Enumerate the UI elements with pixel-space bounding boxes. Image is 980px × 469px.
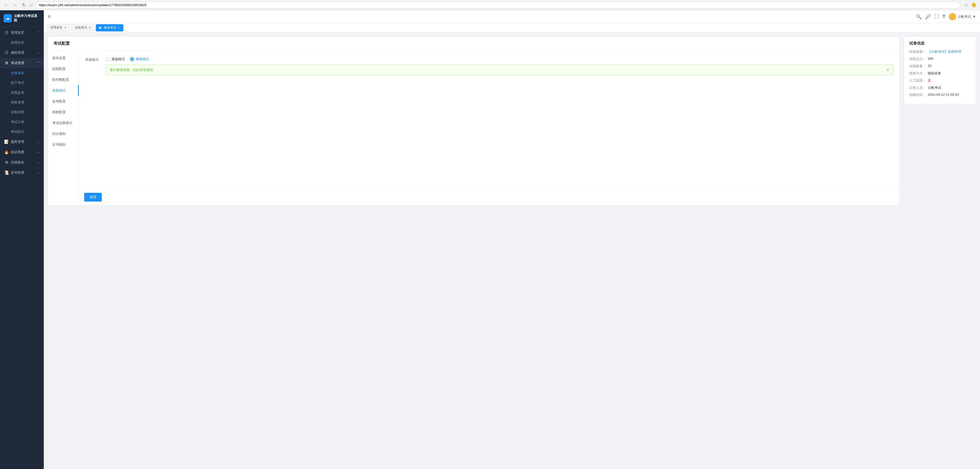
- config-nav-marking[interactable]: 阅卷配置: [48, 107, 79, 118]
- config-nav-answer-mode[interactable]: 答题模式: [48, 85, 79, 96]
- info-key-total-score: 试卷总分：: [909, 57, 928, 61]
- info-val-manual-review: 是: [928, 78, 931, 83]
- tab-online-exam[interactable]: 在线考试 ✕: [71, 24, 94, 32]
- sidebar-sub-online-exam[interactable]: 在线考试: [0, 68, 44, 78]
- logo-text: 云帆学习考试系统: [14, 14, 40, 23]
- sidebar-item-admin-home-label: 管理首页: [11, 30, 24, 35]
- info-key-question-count: 试题数量：: [909, 64, 928, 68]
- sidebar-item-question[interactable]: 📝 题库管理 ⌄: [0, 137, 44, 147]
- sidebar-sub-online-monitor[interactable]: 在线监考: [0, 88, 44, 97]
- back-button[interactable]: ←: [3, 2, 9, 8]
- config-nav-certificate[interactable]: 证书规则: [48, 139, 79, 150]
- tab-admin-home-label: 管理首页: [50, 25, 62, 30]
- sidebar-sub-admin-home[interactable]: 管理首页: [0, 38, 44, 48]
- font-size-icon[interactable]: T: [943, 14, 945, 19]
- exam-icon: ⚙: [4, 61, 9, 65]
- header-user[interactable]: 🙂 云帆考试 ▼: [949, 13, 976, 20]
- sidebar-item-activity[interactable]: ⚙ 活动报名 ⌄: [0, 157, 44, 168]
- app-header: ≡ 🔍 🔎 ⛶ T 🙂 云帆考试 ▼: [44, 10, 980, 23]
- sidebar: ☁ 云帆学习考试系统 ☷ 管理首页 ⌃ 管理首页 ☷ 课程管理 ⌄: [0, 10, 44, 469]
- search-icon[interactable]: 🔍: [916, 14, 921, 19]
- answer-mode-hint-box: 显示整张试卷，列出所有题目 ✕: [106, 65, 893, 75]
- sidebar-item-admin-home[interactable]: ☷ 管理首页 ⌃: [0, 27, 44, 38]
- info-row-compose-method: 组卷方式： 随机组卷: [909, 71, 970, 76]
- cert-icon: 📜: [4, 170, 9, 175]
- sidebar-item-activity-label: 活动报名: [11, 160, 24, 165]
- user-dropdown-icon: ▼: [972, 15, 976, 19]
- zoom-icon[interactable]: 🔎: [925, 14, 931, 19]
- tab-admin-home[interactable]: 管理首页 ✕: [47, 24, 70, 32]
- info-key-title: 试卷标题：: [909, 49, 928, 54]
- config-layout: 基本设置 权限配置 防作弊配置 答题模式 监考配置: [48, 51, 899, 205]
- sidebar-sub-paper[interactable]: 试卷管理: [0, 107, 44, 117]
- fullscreen-icon[interactable]: ⛶: [934, 14, 939, 19]
- tab-admin-home-close[interactable]: ✕: [64, 26, 67, 29]
- chevron-activity-icon: ⌄: [37, 161, 40, 164]
- tab-edit-exam[interactable]: 修改考试 ✕: [96, 24, 123, 32]
- question-icon: 📝: [4, 140, 9, 144]
- config-nav-anti-cheat[interactable]: 防作弊配置: [48, 75, 79, 85]
- sidebar-sub-statistics[interactable]: 考试统计: [0, 127, 44, 137]
- config-nav-permissions[interactable]: 权限配置: [48, 64, 79, 75]
- sidebar-item-course[interactable]: ☷ 课程管理 ⌄: [0, 48, 44, 58]
- save-button[interactable]: 保存: [84, 193, 102, 202]
- sidebar-item-cert-label: 证书管理: [11, 170, 24, 175]
- answer-mode-radio-group: 逐题模式 整卷模式: [106, 56, 893, 62]
- sidebar-sub-offline-exam[interactable]: 线下考试: [0, 78, 44, 88]
- sidebar-item-exam-label: 考试管理: [11, 61, 24, 65]
- page-title: 考试配置: [48, 37, 899, 51]
- info-val-total-score: 180: [928, 57, 933, 60]
- config-nav-invigilation[interactable]: 监考配置: [48, 96, 79, 107]
- main-content: ≡ 🔍 🔎 ⛶ T 🙂 云帆考试 ▼ 管理首页 ✕ 在线考试: [44, 10, 980, 469]
- url-bar[interactable]: [35, 2, 961, 9]
- logo-icon: ☁: [3, 14, 12, 22]
- config-nav-points[interactable]: 积分规则: [48, 129, 79, 139]
- answer-mode-label: 答题模式: [85, 56, 106, 62]
- hamburger-icon[interactable]: ≡: [48, 14, 51, 19]
- chevron-question-icon: ⌄: [37, 140, 40, 143]
- user-profile-button[interactable]: 🙂: [971, 2, 977, 8]
- tab-edit-exam-close[interactable]: ✕: [118, 26, 120, 29]
- info-row-manual-review: 人工批阅： 是: [909, 78, 970, 83]
- browser-actions: ☆ 🙂: [963, 2, 977, 8]
- info-panel: 试卷信息 试卷标题： 【云帆考试】批阅管理 试卷总分： 180 试题数量： 22: [904, 37, 976, 104]
- sidebar-sub-order[interactable]: 考试订单: [0, 117, 44, 127]
- chevron-exam-icon: ⌃: [37, 61, 40, 65]
- answer-mode-hint: 显示整张试卷，列出所有题目: [110, 68, 153, 72]
- tab-online-exam-label: 在线考试: [75, 25, 87, 30]
- chevron-icon: ⌃: [37, 31, 40, 34]
- info-val-title[interactable]: 【云帆考试】批阅管理: [928, 49, 961, 54]
- browser-bar: ← → ↻ ☍ ☆ 🙂: [0, 0, 980, 10]
- tab-online-exam-close[interactable]: ✕: [89, 26, 91, 29]
- info-val-composer: 云帆考试: [928, 86, 941, 90]
- radio-sequential[interactable]: 逐题模式: [106, 57, 125, 62]
- activity-icon: ⚙: [4, 160, 9, 165]
- info-row-composer: 出卷人员： 云帆考试: [909, 86, 970, 90]
- page-body: 考试配置 基本设置 权限配置 防作弊配置 答: [44, 32, 980, 469]
- sidebar-logo: ☁ 云帆学习考试系统: [0, 10, 44, 27]
- forward-button[interactable]: →: [12, 2, 18, 8]
- sidebar-item-knowledge-label: 知识竞赛: [11, 150, 24, 154]
- chevron-knowledge-icon: ⌄: [37, 150, 40, 154]
- sidebar-item-cert[interactable]: 📜 证书管理 ⌄: [0, 168, 44, 178]
- radio-full-paper[interactable]: 整卷模式: [130, 57, 149, 62]
- info-key-created-time: 创建时间：: [909, 93, 928, 97]
- sidebar-sub-review[interactable]: 阅卷管理: [0, 97, 44, 107]
- user-avatar: 🙂: [949, 13, 956, 20]
- tabs-bar: 管理首页 ✕ 在线考试 ✕ 修改考试 ✕: [44, 23, 980, 32]
- config-nav-basic[interactable]: 基本设置: [48, 53, 79, 64]
- info-panel-card: 试卷信息 试卷标题： 【云帆考试】批阅管理 试卷总分： 180 试题数量： 22: [904, 37, 976, 104]
- config-nav-result-display[interactable]: 考试结果展示: [48, 118, 79, 129]
- app-container: ☁ 云帆学习考试系统 ☷ 管理首页 ⌃ 管理首页 ☷ 课程管理 ⌄: [0, 10, 980, 469]
- info-val-question-count: 22: [928, 64, 931, 68]
- tab-edit-exam-label: 修改考试: [104, 25, 116, 30]
- bookmark-button[interactable]: ☆: [963, 2, 969, 8]
- radio-sequential-label: 逐题模式: [111, 57, 125, 62]
- chevron-cert-icon: ⌄: [37, 171, 40, 174]
- reload-button[interactable]: ↻: [21, 2, 27, 8]
- sidebar-item-knowledge[interactable]: 🔥 知识竞赛 ⌄: [0, 147, 44, 157]
- hint-close-icon[interactable]: ✕: [886, 67, 889, 72]
- sidebar-item-course-label: 课程管理: [11, 51, 24, 55]
- sidebar-item-exam[interactable]: ⚙ 考试管理 ⌃: [0, 58, 44, 68]
- info-row-title: 试卷标题： 【云帆考试】批阅管理: [909, 49, 970, 54]
